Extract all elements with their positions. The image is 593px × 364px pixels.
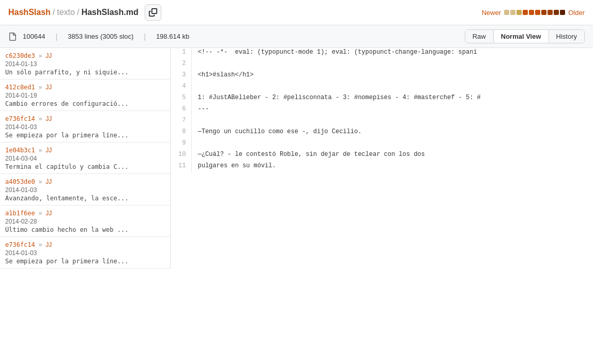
- code-row: 3 <h1>#slash</h1>: [171, 71, 593, 82]
- blame-block[interactable]: 412c8ed1 » JJ 2014-01-19 Cambio errores …: [0, 80, 170, 111]
- commit-date: 2014-01-19: [5, 92, 165, 99]
- line-number: 11: [171, 162, 191, 173]
- code-row: 10 —¿Cuál? - le contestó Roble, sin deja…: [171, 150, 593, 162]
- line-code: [191, 82, 593, 93]
- commit-message: Un sólo parrafito, y ni siquie...: [5, 69, 165, 76]
- commit-dot: [516, 10, 522, 15]
- commit-author[interactable]: JJ: [45, 52, 52, 59]
- commit-author[interactable]: JJ: [45, 178, 52, 185]
- blame-block[interactable]: e736fc14 » JJ 2014-01-03 Se empieza por …: [0, 237, 170, 268]
- line-number: 10: [171, 150, 191, 162]
- newer-label[interactable]: Newer: [482, 9, 501, 17]
- line-number: 4: [171, 82, 191, 93]
- blame-block[interactable]: c6230de3 » JJ 2014-01-13 Un sólo parrafi…: [0, 48, 170, 80]
- blame-arrow: »: [39, 241, 42, 248]
- commit-dot: [529, 10, 534, 15]
- brand-name[interactable]: HashSlash: [8, 8, 51, 17]
- line-code: —¿Cuál? - le contestó Roble, sin dejar d…: [191, 150, 593, 162]
- commit-author[interactable]: JJ: [45, 147, 52, 154]
- line-number: 1: [171, 48, 191, 59]
- code-row: 8 —Tengo un cuchillo como ese -, dijo Ce…: [171, 128, 593, 139]
- breadcrumb-repo[interactable]: texto: [57, 8, 75, 17]
- commit-author[interactable]: JJ: [45, 84, 52, 91]
- header: HashSlash / texto / HashSlash.md Newer O…: [0, 0, 593, 25]
- line-code: ---: [191, 105, 593, 116]
- commit-date: 2014-01-03: [5, 123, 165, 131]
- blame-arrow: »: [39, 52, 42, 59]
- file-info-bar: 100644 | 3853 lines (3005 sloc) | 198.61…: [0, 25, 593, 48]
- size-stat: 198.614 kb: [156, 33, 189, 40]
- commit-message: Avanzando, lentamente, la esce...: [5, 195, 165, 202]
- commit-date: 2014-01-03: [5, 249, 165, 257]
- code-row: 2: [171, 59, 593, 71]
- code-row: 5 1: #JustABelieber - 2: #pelisconnata -…: [171, 93, 593, 105]
- blame-arrow: »: [39, 178, 42, 185]
- code-row: 4: [171, 82, 593, 93]
- blame-arrow: »: [39, 210, 42, 217]
- line-number: 5: [171, 93, 191, 105]
- commit-date: 2014-03-04: [5, 155, 165, 162]
- commit-author[interactable]: JJ: [45, 241, 52, 248]
- commit-hash[interactable]: c6230de3: [5, 52, 35, 59]
- blame-arrow: »: [39, 115, 42, 122]
- copy-button[interactable]: [145, 4, 161, 21]
- color-dots: [504, 10, 565, 15]
- breadcrumb-file[interactable]: HashSlash.md: [81, 8, 138, 17]
- commit-dot: [554, 10, 559, 15]
- code-row: 7: [171, 116, 593, 128]
- code-row: 9: [171, 139, 593, 150]
- blame-block[interactable]: 1e04b3c1 » JJ 2014-03-04 Termina el capí…: [0, 143, 170, 174]
- document-icon: [8, 33, 17, 41]
- blame-arrow: »: [39, 84, 42, 91]
- code-table: 1 <!-- -*- eval: (typopunct-mode 1); eva…: [171, 48, 593, 173]
- line-code: 1: #JustABelieber - 2: #pelisconnata - 3…: [191, 93, 593, 105]
- copy-icon: [149, 8, 157, 17]
- line-code: [191, 116, 593, 128]
- commit-hash[interactable]: e736fc14: [5, 241, 35, 248]
- line-number: 7: [171, 116, 191, 128]
- commit-count: 100644: [23, 33, 45, 40]
- commit-dot: [548, 10, 553, 15]
- commit-hash[interactable]: a4053de0: [5, 178, 35, 185]
- line-code: [191, 139, 593, 150]
- line-code: <h1>#slash</h1>: [191, 71, 593, 82]
- commit-author[interactable]: JJ: [45, 115, 52, 122]
- view-btn-normal-view[interactable]: Normal View: [494, 30, 549, 43]
- breadcrumb: HashSlash / texto / HashSlash.md: [8, 4, 161, 21]
- breadcrumb-sep2: /: [77, 8, 79, 17]
- view-buttons: RawNormal ViewHistory: [465, 29, 585, 43]
- file-icon: [8, 33, 17, 41]
- commit-date: 2014-02-28: [5, 218, 165, 225]
- line-number: 9: [171, 139, 191, 150]
- commit-hash[interactable]: a1b1f6ee: [5, 210, 35, 217]
- view-btn-raw[interactable]: Raw: [465, 30, 494, 43]
- line-number: 2: [171, 59, 191, 71]
- commit-date: 2014-01-13: [5, 60, 165, 68]
- code-area: 1 <!-- -*- eval: (typopunct-mode 1); eva…: [171, 48, 593, 268]
- commit-hash[interactable]: e736fc14: [5, 115, 35, 122]
- commit-author[interactable]: JJ: [45, 210, 52, 217]
- blame-block[interactable]: a1b1f6ee » JJ 2014-02-28 Último cambio h…: [0, 205, 170, 237]
- blame-block[interactable]: e736fc14 » JJ 2014-01-03 Se empieza por …: [0, 111, 170, 143]
- commit-dot: [541, 10, 546, 15]
- commit-dot: [523, 10, 528, 15]
- code-row: 6 ---: [171, 105, 593, 116]
- commit-hash[interactable]: 1e04b3c1: [5, 147, 35, 154]
- code-row: 11 pulgares en su móvil.: [171, 162, 593, 173]
- blame-arrow: »: [39, 147, 42, 154]
- commit-hash[interactable]: 412c8ed1: [5, 84, 35, 91]
- view-btn-history[interactable]: History: [549, 30, 584, 43]
- commit-dot: [510, 10, 515, 15]
- breadcrumb-sep1: /: [53, 8, 55, 17]
- line-number: 3: [171, 71, 191, 82]
- line-number: 6: [171, 105, 191, 116]
- code-row: 1 <!-- -*- eval: (typopunct-mode 1); eva…: [171, 48, 593, 59]
- lines-stat: 3853 lines (3005 sloc): [68, 33, 133, 40]
- blame-block[interactable]: a4053de0 » JJ 2014-01-03 Avanzando, lent…: [0, 174, 170, 205]
- commit-dot: [504, 10, 509, 15]
- commit-message: Último cambio hecho en la web ...: [5, 226, 165, 233]
- commit-message: Se empieza por la primera líne...: [5, 132, 165, 139]
- older-label[interactable]: Older: [568, 9, 585, 17]
- line-code: <!-- -*- eval: (typopunct-mode 1); eval:…: [191, 48, 593, 59]
- line-number: 8: [171, 128, 191, 139]
